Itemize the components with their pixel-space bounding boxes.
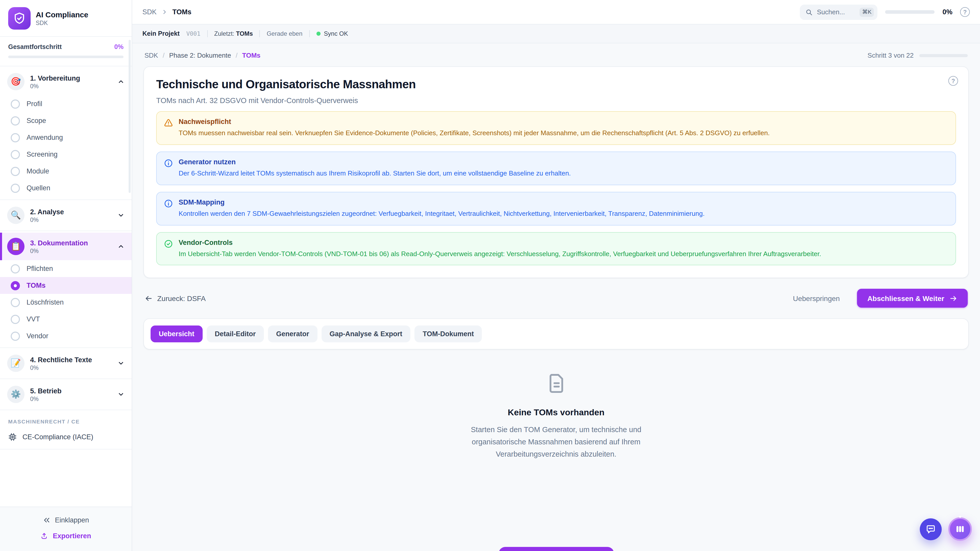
divider — [207, 30, 207, 37]
tab-generator[interactable]: Generator — [268, 326, 317, 343]
radio-icon — [11, 116, 20, 125]
sidebar-section-maschinenrecht: MASCHINENRECHT / CE — [0, 410, 132, 429]
gear-emoji-icon: ⚙️ — [7, 386, 24, 403]
sidebar-item-quellen[interactable]: Quellen — [0, 179, 132, 197]
sidebar-item-module[interactable]: Module — [0, 163, 132, 179]
chevron-down-icon — [118, 212, 124, 219]
sync-ok-dot-icon — [316, 32, 320, 36]
columns-fab-button[interactable] — [948, 517, 972, 541]
content: SDK / Phase 2: Dokumente / TOMs Schritt … — [132, 43, 980, 551]
chat-fab-button[interactable] — [920, 518, 942, 540]
alert-vendor-controls: Vendor-Controls Im Uebersicht-Tab werden… — [156, 232, 956, 265]
radio-icon — [11, 167, 20, 176]
wizard-breadcrumb: SDK / Phase 2: Dokumente / TOMs — [145, 52, 261, 59]
alert-sdm-mapping: SDM-Mapping Kontrollen werden den 7 SDM-… — [156, 192, 956, 225]
check-circle-icon — [164, 239, 173, 259]
phase-percent: 0% — [30, 83, 80, 89]
sidebar-phase-rechtliche-texte[interactable]: 📝 4. Rechtliche Texte 0% — [0, 349, 132, 377]
radio-icon — [11, 314, 20, 324]
sidebar-header: AI Compliance SDK — [0, 0, 132, 37]
app-logo — [8, 7, 30, 29]
magnifier-emoji-icon: 🔍 — [7, 206, 24, 224]
sidebar-footer: Einklappen Exportieren — [0, 507, 132, 551]
sidebar-item-anwendung[interactable]: Anwendung — [0, 129, 132, 146]
app-title: AI Compliance — [36, 10, 88, 19]
statusbar: Kein Projekt V001 Zuletzt: TOMs Gerade e… — [132, 24, 980, 43]
wizard-crumb-sdk[interactable]: SDK — [145, 52, 158, 59]
phase-label: 1. Vorbereitung — [30, 74, 80, 82]
sidebar-phase-dokumentation[interactable]: 📋 3. Dokumentation 0% — [0, 233, 132, 260]
wizard-breadcrumb-row: SDK / Phase 2: Dokumente / TOMs Schritt … — [145, 52, 968, 59]
step-label: Schritt 3 von 22 — [867, 52, 914, 59]
sidebar: AI Compliance SDK Gesamtfortschritt 0% 🎯… — [0, 0, 132, 551]
back-button[interactable]: Zurueck: DSFA — [145, 294, 206, 303]
sidebar-item-pflichten[interactable]: Pflichten — [0, 260, 132, 277]
export-button[interactable]: Exportieren — [41, 532, 91, 540]
sidebar-item-vendor[interactable]: Vendor — [0, 327, 132, 345]
tab-tom-dokument[interactable]: TOM-Dokument — [414, 326, 482, 343]
step-progress-bar — [919, 54, 968, 57]
sidebar-item-screening[interactable]: Screening — [0, 146, 132, 163]
search-input[interactable]: Suchen... ⌘K — [800, 4, 878, 20]
floating-buttons — [920, 517, 972, 541]
help-icon[interactable]: ? — [960, 7, 970, 17]
sidebar-item-ce-compliance[interactable]: CE-Compliance (IACE) — [0, 429, 132, 449]
sidebar-item-scope[interactable]: Scope — [0, 112, 132, 129]
alert-nachweispflicht: Nachweispflicht TOMs muessen nachweisbar… — [156, 111, 956, 145]
topbar: SDK TOMs Suchen... ⌘K 0% ? — [132, 0, 980, 24]
warning-triangle-icon — [164, 118, 173, 138]
divider — [259, 30, 260, 37]
sidebar-phase-betrieb[interactable]: ⚙️ 5. Betrieb 0% — [0, 381, 132, 408]
info-circle-icon — [164, 199, 173, 219]
sidebar-nav: 🎯 1. Vorbereitung 0% Profil Scope — [0, 66, 132, 507]
radio-icon — [11, 298, 20, 307]
sidebar-item-toms[interactable]: TOMs — [0, 277, 132, 294]
chevron-down-icon — [118, 360, 124, 367]
breadcrumb-root[interactable]: SDK — [142, 8, 157, 16]
step-indicator: Schritt 3 von 22 — [867, 52, 968, 59]
radio-selected-icon — [11, 281, 20, 290]
sync-status: Sync OK — [316, 30, 348, 37]
arrow-left-icon — [145, 294, 153, 303]
collapse-sidebar-button[interactable]: Einklappen — [43, 516, 89, 524]
project-name: Kein Projekt — [142, 30, 180, 37]
skip-button[interactable]: Ueberspringen — [790, 294, 843, 303]
sidebar-item-profil[interactable]: Profil — [0, 95, 132, 112]
chat-bubble-icon — [925, 524, 936, 534]
tab-bar: Uebersicht Detail-Editor Generator Gap-A… — [143, 319, 969, 350]
document-icon — [544, 372, 568, 395]
tab-uebersicht[interactable]: Uebersicht — [151, 326, 203, 343]
radio-icon — [11, 183, 20, 192]
wizard-crumb-phase[interactable]: Phase 2: Dokumente — [169, 52, 231, 59]
overall-progress-label: Gesamtfortschritt — [8, 43, 62, 51]
sidebar-phase-analyse[interactable]: 🔍 2. Analyse 0% — [0, 202, 132, 229]
complete-next-button[interactable]: Abschliessen & Weiter — [857, 289, 968, 308]
start-tom-generator-button[interactable] — [498, 547, 614, 551]
sidebar-item-loeschfristen[interactable]: Löschfristen — [0, 294, 132, 311]
search-icon — [806, 8, 813, 16]
radio-icon — [11, 133, 20, 142]
radio-icon — [11, 150, 20, 159]
empty-state-description: Starten Sie den TOM Generator, um techni… — [470, 424, 642, 461]
columns-icon — [955, 524, 965, 534]
breadcrumb-current: TOMs — [172, 8, 192, 16]
sidebar-item-vvt[interactable]: VVT — [0, 311, 132, 327]
app-window: AI Compliance SDK Gesamtfortschritt 0% 🎯… — [0, 0, 980, 551]
chevron-right-icon — [161, 9, 168, 15]
divider — [309, 30, 310, 37]
intro-card: Technische und Organisatorische Massnahm… — [143, 66, 969, 278]
wizard-crumb-current: TOMs — [242, 52, 261, 59]
page-title: Technische und Organisatorische Massnahm… — [156, 78, 956, 91]
sidebar-phase-vorbereitung[interactable]: 🎯 1. Vorbereitung 0% — [0, 68, 132, 95]
tab-detail-editor[interactable]: Detail-Editor — [207, 326, 264, 343]
card-help-icon[interactable]: ? — [948, 76, 958, 86]
page-subtitle: TOMs nach Art. 32 DSGVO mit Vendor-Contr… — [156, 97, 956, 105]
memo-emoji-icon: 📝 — [7, 354, 24, 372]
dart-emoji-icon: 🎯 — [7, 73, 24, 90]
chip-icon — [8, 433, 17, 441]
clipboard-emoji-icon: 📋 — [7, 238, 24, 255]
last-visited: Zuletzt: TOMs — [214, 30, 253, 37]
sidebar-scrollbar[interactable] — [129, 40, 130, 193]
version-badge: V001 — [186, 30, 200, 37]
tab-gap-analyse-export[interactable]: Gap-Analyse & Export — [321, 326, 410, 343]
